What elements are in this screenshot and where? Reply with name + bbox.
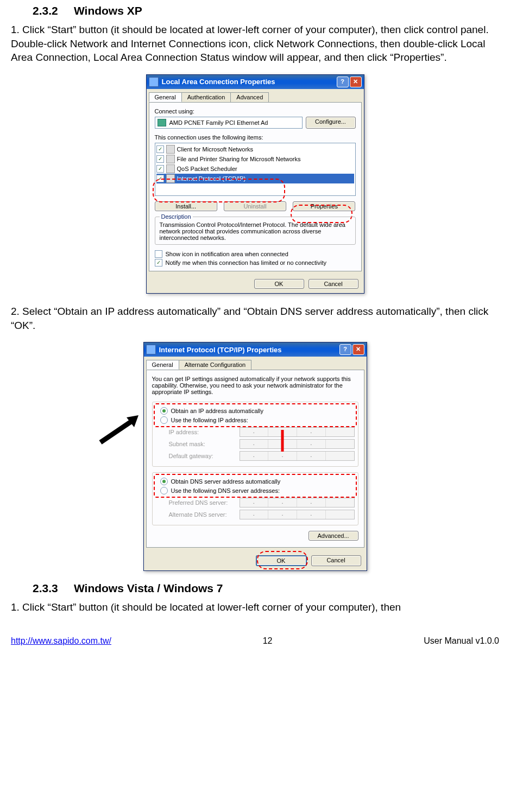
subnet-field[interactable]: ...	[240, 439, 355, 449]
list-item: QoS Packet Scheduler	[156, 164, 354, 174]
notify-label: Notify me when this connection has limit…	[166, 259, 327, 266]
show-icon-label: Show icon in notification area when conn…	[166, 251, 288, 257]
footer-page: 12	[263, 636, 273, 646]
close-button[interactable]: ✕	[350, 77, 362, 87]
item-label: File and Printer Sharing for Microsoft N…	[177, 156, 301, 162]
description-text: Transmission Control Protocol/Internet P…	[160, 221, 345, 241]
annotation-black-arrow	[95, 415, 144, 448]
help-button[interactable]: ?	[339, 344, 351, 355]
tab-advanced[interactable]: Advanced	[230, 92, 269, 102]
advanced-button[interactable]: Advanced...	[308, 531, 358, 541]
footer-right: User Manual v1.0.0	[424, 636, 499, 646]
ip-address-field[interactable]: ...	[240, 427, 355, 437]
paragraph-1: 1. Click “Start” button (it should be lo…	[11, 23, 499, 65]
tcpip-properties-window: Internet Protocol (TCP/IP) Properties ? …	[143, 342, 367, 571]
cancel-button[interactable]: Cancel	[308, 279, 358, 289]
tab-panel: You can get IP settings assigned automat…	[146, 370, 364, 548]
window-title: Local Area Connection Properties	[162, 78, 336, 86]
checkbox-icon[interactable]	[156, 155, 164, 163]
window-title: Internet Protocol (TCP/IP) Properties	[159, 346, 338, 354]
checkbox-icon[interactable]	[156, 145, 164, 153]
nic-icon	[158, 119, 166, 126]
notify-checkbox[interactable]	[155, 259, 162, 267]
alt-dns-label: Alternate DNS server:	[169, 511, 240, 518]
item-label: Client for Microsoft Networks	[177, 146, 254, 153]
titlebar[interactable]: Internet Protocol (TCP/IP) Properties ? …	[144, 342, 367, 357]
section-232-title: Windows XP	[74, 4, 142, 17]
footer-url[interactable]: http://www.sapido.com.tw/	[11, 636, 111, 646]
section-233-num: 2.3.3	[33, 582, 58, 594]
paragraph-2: 2. Select “Obtain an IP address automati…	[11, 304, 499, 332]
intro-text: You can get IP settings assigned automat…	[152, 376, 358, 395]
annotation-ok-oval	[257, 551, 308, 569]
section-233-heading: 2.3.3 Windows Vista / Windows 7	[33, 582, 499, 595]
page-footer: http://www.sapido.com.tw/ 12 User Manual…	[11, 631, 499, 649]
close-button[interactable]: ✕	[352, 344, 364, 355]
configure-button[interactable]: Configure...	[306, 117, 356, 129]
ip-address-label: IP address:	[169, 429, 240, 435]
list-item: File and Printer Sharing for Microsoft N…	[156, 154, 354, 164]
network-icon	[149, 77, 159, 87]
checkbox-icon[interactable]	[156, 165, 164, 173]
item-label: QoS Packet Scheduler	[177, 166, 237, 172]
pref-dns-field[interactable]: ...	[240, 498, 355, 507]
show-icon-checkbox[interactable]	[155, 250, 162, 258]
description-group: Description Transmission Control Protoco…	[155, 217, 356, 245]
tab-alternate[interactable]: Alternate Configuration	[179, 360, 252, 370]
paragraph-3: 1. Click “Start” button (it should be lo…	[11, 600, 499, 614]
section-232-num: 2.3.2	[33, 4, 58, 17]
adapter-textbox[interactable]: AMD PCNET Family PCI Ethernet Ad	[155, 117, 303, 129]
section-232-heading: 2.3.2 Windows XP	[33, 4, 499, 17]
help-button[interactable]: ?	[337, 77, 349, 87]
component-icon	[166, 155, 175, 163]
component-icon	[166, 164, 175, 173]
annotation-ip-box	[154, 403, 357, 427]
gateway-field[interactable]: ...	[240, 451, 355, 461]
cancel-button[interactable]: Cancel	[311, 555, 361, 566]
annotation-dns-box	[154, 474, 357, 498]
titlebar[interactable]: Local Area Connection Properties ? ✕	[147, 75, 364, 89]
network-icon	[146, 345, 156, 354]
section-233-title: Windows Vista / Windows 7	[74, 582, 223, 594]
tabs: General Authentication Advanced	[149, 92, 362, 102]
list-item: Client for Microsoft Networks	[156, 144, 354, 154]
items-label: This connection uses the following items…	[155, 134, 356, 141]
tabs: General Alternate Configuration	[146, 360, 364, 370]
subnet-label: Subnet mask:	[169, 441, 240, 447]
install-button[interactable]: Install...	[155, 201, 217, 211]
tab-general[interactable]: General	[149, 92, 182, 102]
alt-dns-field[interactable]: ...	[240, 510, 355, 519]
tab-panel: Connect using: AMD PCNET Family PCI Ethe…	[149, 102, 362, 271]
description-legend: Description	[160, 213, 193, 220]
gateway-label: Default gateway:	[169, 453, 240, 459]
connect-using-label: Connect using:	[155, 108, 356, 115]
adapter-name: AMD PCNET Family PCI Ethernet Ad	[169, 119, 268, 126]
ok-button[interactable]: OK	[254, 279, 304, 289]
lan-properties-window: Local Area Connection Properties ? ✕ Gen…	[146, 74, 364, 294]
tab-general[interactable]: General	[146, 360, 179, 370]
uninstall-button[interactable]: Uninstall	[224, 201, 286, 211]
component-icon	[166, 145, 175, 154]
pref-dns-label: Preferred DNS server:	[169, 499, 240, 506]
tab-authentication[interactable]: Authentication	[181, 92, 231, 102]
annotation-tcpip-oval	[153, 179, 285, 202]
